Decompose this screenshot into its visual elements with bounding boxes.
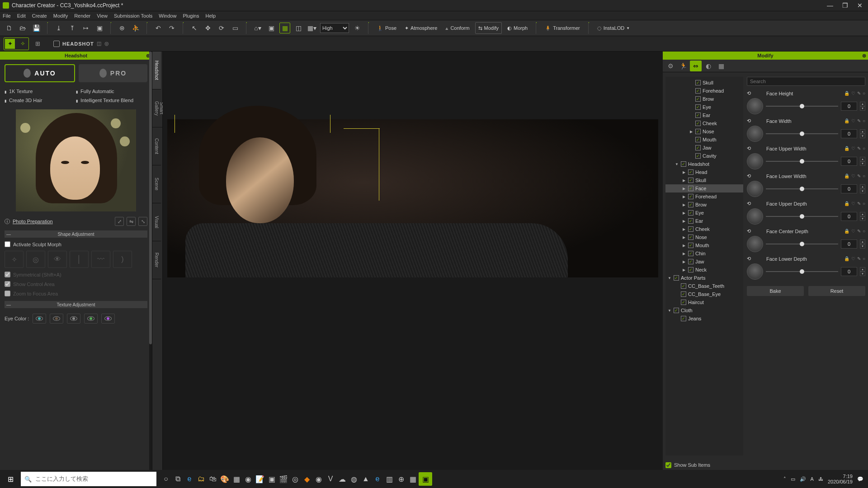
tree-node[interactable]: ✓Jaw bbox=[665, 144, 743, 152]
heart-icon[interactable]: ♡ bbox=[851, 118, 855, 123]
tree-node[interactable]: ✓Brow bbox=[665, 95, 743, 103]
app-icon[interactable]: ▥ bbox=[383, 470, 395, 488]
close-icon[interactable]: ✕ bbox=[857, 2, 863, 9]
tree-node[interactable]: ✓CC_Base_Eye bbox=[665, 290, 743, 298]
volume-icon[interactable]: 🔊 bbox=[800, 476, 806, 482]
chrome-icon[interactable]: ◉ bbox=[313, 470, 325, 488]
reset-icon[interactable]: ○ bbox=[863, 201, 865, 206]
menu-create[interactable]: Create bbox=[32, 13, 47, 19]
sidetab-content[interactable]: Content bbox=[152, 127, 161, 165]
bake-button[interactable]: Bake bbox=[747, 286, 804, 296]
slider-spinner[interactable]: ▲▼ bbox=[860, 129, 865, 138]
morph-button[interactable]: ◐Morph bbox=[505, 22, 530, 34]
slider-value[interactable] bbox=[841, 102, 857, 111]
edit-icon[interactable]: ✎ bbox=[857, 91, 861, 96]
tree-node[interactable]: ✓CC_Base_Teeth bbox=[665, 282, 743, 290]
viewport-3d[interactable] bbox=[163, 52, 663, 470]
slider-spinner[interactable]: ▲▼ bbox=[860, 157, 865, 166]
arrow-icon[interactable]: ↖ bbox=[189, 23, 200, 33]
heart-icon[interactable]: ♡ bbox=[851, 174, 855, 178]
ime-icon[interactable]: A bbox=[811, 476, 814, 482]
redo-icon[interactable]: ↷ bbox=[166, 23, 177, 33]
slider-spinner[interactable]: ▲▼ bbox=[860, 267, 865, 276]
app-icon[interactable]: ☁ bbox=[336, 470, 348, 488]
slider-value[interactable] bbox=[841, 157, 857, 166]
undo-icon[interactable]: ↶ bbox=[153, 23, 164, 33]
lock-icon[interactable]: 🔒 bbox=[844, 256, 849, 261]
tree-node[interactable]: ▶✓Ear bbox=[665, 217, 743, 225]
save-icon[interactable]: 💾 bbox=[31, 23, 42, 33]
tab-texture-icon[interactable]: ◐ bbox=[703, 61, 714, 71]
show-sub-items-checkbox[interactable]: Show Sub Items bbox=[663, 460, 868, 470]
transformer-button[interactable]: 🧍Transformer bbox=[542, 22, 583, 34]
reset-icon[interactable]: ○ bbox=[863, 174, 865, 178]
cortana-icon[interactable]: ○ bbox=[160, 470, 172, 488]
app-icon[interactable]: 🎬 bbox=[278, 470, 289, 488]
tree-node[interactable]: ▼✓Headshot bbox=[665, 160, 743, 168]
tree-node[interactable]: ✓Forehead bbox=[665, 87, 743, 95]
lock-icon[interactable]: 🔒 bbox=[844, 91, 849, 96]
headshot-icon-b[interactable]: ◎ bbox=[104, 41, 109, 47]
sidetab-scene[interactable]: Scene bbox=[152, 165, 161, 203]
edit-icon[interactable]: ✎ bbox=[857, 118, 861, 123]
scale-icon[interactable]: ▭ bbox=[230, 23, 241, 33]
light-icon[interactable]: ☀ bbox=[352, 23, 363, 33]
tree-node[interactable]: ▶✓Chin bbox=[665, 249, 743, 258]
menu-edit[interactable]: Edit bbox=[17, 13, 26, 19]
expand-icon[interactable]: ⤡ bbox=[138, 217, 147, 226]
heart-icon[interactable]: ♡ bbox=[851, 256, 855, 261]
menu-modify[interactable]: Modify bbox=[53, 13, 68, 19]
shape-adjustment-header[interactable]: —Shape Adjustment bbox=[5, 230, 147, 238]
camera-icon[interactable]: ◫ bbox=[293, 23, 304, 33]
info-icon[interactable]: i bbox=[5, 219, 10, 224]
sidetab-visual[interactable]: Visual bbox=[152, 203, 161, 241]
menu-window[interactable]: Window bbox=[159, 13, 176, 19]
eye-color-swatch[interactable] bbox=[67, 314, 80, 324]
export-icon[interactable]: ⤒ bbox=[67, 23, 78, 33]
photo-prep-link[interactable]: Photo Preparation bbox=[13, 219, 53, 224]
tab-adjust-icon[interactable]: ⚙ bbox=[665, 61, 676, 71]
tree-node[interactable]: ▶✓Skull bbox=[665, 176, 743, 184]
tree-node[interactable]: ✓Ear bbox=[665, 111, 743, 119]
reset-icon[interactable]: ○ bbox=[863, 229, 865, 234]
tree-node[interactable]: ▶✓Mouth bbox=[665, 241, 743, 249]
reset-icon[interactable]: ○ bbox=[863, 256, 865, 261]
reset-icon[interactable]: ○ bbox=[863, 146, 865, 151]
app-icon[interactable]: 📝 bbox=[254, 470, 266, 488]
lock-icon[interactable]: 🔒 bbox=[844, 174, 849, 178]
auto-mode-button[interactable]: AUTO bbox=[5, 64, 75, 82]
lock-icon[interactable]: 🔒 bbox=[844, 146, 849, 151]
panel-close-icon[interactable]: ⊗ bbox=[862, 53, 866, 59]
tree-node[interactable]: ▶✓Face bbox=[665, 184, 743, 192]
instalod-button[interactable]: ◌InstaLOD▼ bbox=[594, 22, 632, 34]
search-input[interactable] bbox=[747, 77, 865, 86]
slider-track[interactable] bbox=[766, 269, 838, 274]
open-icon[interactable]: 🗁 bbox=[17, 23, 28, 33]
app-icon[interactable]: ▣ bbox=[266, 470, 278, 488]
globe-icon[interactable]: ⊛ bbox=[117, 23, 127, 33]
edit-icon[interactable]: ✎ bbox=[857, 256, 861, 261]
minimize-icon[interactable]: — bbox=[827, 2, 833, 9]
eye-color-swatch[interactable] bbox=[84, 314, 98, 324]
texture-adjustment-header[interactable]: —Texture Adjustment bbox=[5, 301, 147, 308]
store-icon[interactable]: 🛍 bbox=[207, 470, 219, 488]
edit-icon[interactable]: ✎ bbox=[857, 229, 861, 234]
lock-icon[interactable]: 🔒 bbox=[844, 201, 849, 206]
morph-tree[interactable]: ✓Skull✓Forehead✓Brow✓Eye✓Ear✓Cheek▶✓Nose… bbox=[665, 77, 743, 455]
tree-node[interactable]: ▶✓Head bbox=[665, 168, 743, 176]
tree-node[interactable]: ✓Cheek bbox=[665, 119, 743, 127]
pro-mode-button[interactable]: PRO bbox=[79, 64, 147, 82]
edit-icon[interactable]: ✎ bbox=[857, 174, 861, 178]
rotate-icon[interactable]: ⟳ bbox=[216, 23, 227, 33]
slider-value[interactable] bbox=[841, 129, 857, 138]
eye-color-swatch[interactable] bbox=[50, 314, 63, 324]
menu-help[interactable]: Help bbox=[205, 13, 216, 19]
heart-icon[interactable]: ♡ bbox=[851, 201, 855, 206]
tree-node[interactable]: ✓Skull bbox=[665, 79, 743, 87]
figure-icon[interactable]: ⛹ bbox=[130, 23, 141, 33]
eye-color-swatch[interactable] bbox=[101, 314, 115, 324]
tree-node[interactable]: ✓Cavity bbox=[665, 152, 743, 160]
tree-node[interactable]: ▼✓Actor Parts bbox=[665, 274, 743, 282]
lock-icon[interactable]: 🔒 bbox=[844, 118, 849, 123]
tab-motion-icon[interactable]: 🏃 bbox=[677, 61, 689, 71]
